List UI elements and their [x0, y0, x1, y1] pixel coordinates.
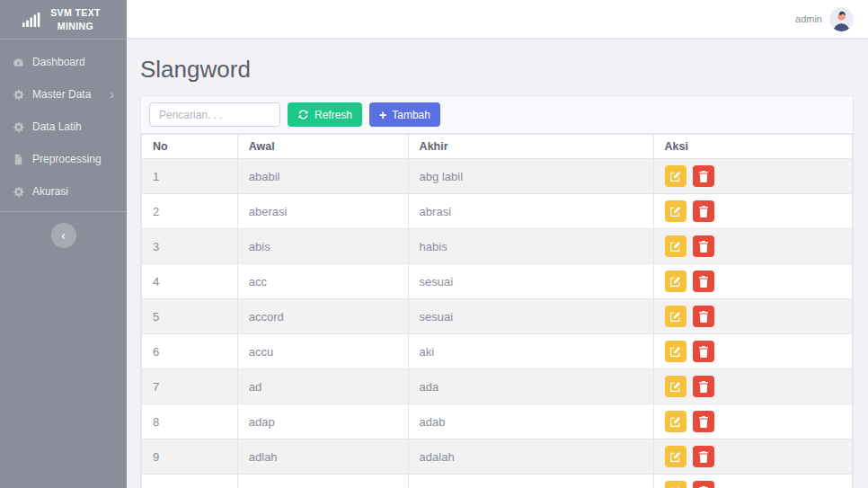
cell-no: 1: [142, 159, 238, 194]
delete-button[interactable]: [693, 446, 714, 467]
cell-awal: adlh: [237, 475, 408, 488]
table-row: 10 adlh adalah: [142, 475, 853, 488]
column-header-aksi: Aksi: [653, 135, 853, 159]
plus-icon: +: [379, 109, 386, 121]
edit-pencil-icon: [669, 206, 681, 217]
cell-akhir: sesuai: [408, 299, 653, 334]
edit-button[interactable]: [665, 341, 686, 362]
brand-title: SVM TEXT MINING: [47, 6, 104, 31]
sidebar-item-preprocessing[interactable]: Preprocessing: [0, 143, 127, 175]
edit-button[interactable]: [665, 306, 686, 327]
edit-button[interactable]: [665, 481, 686, 488]
file-icon: [13, 154, 24, 165]
sidebar-item-data-latih[interactable]: Data Latih: [0, 111, 127, 143]
cell-no: 9: [142, 439, 238, 475]
edit-button[interactable]: [665, 165, 686, 187]
edit-pencil-icon: [669, 416, 681, 428]
edit-button[interactable]: [665, 200, 686, 222]
sidebar-item-akurasi[interactable]: Akurasi: [0, 175, 127, 208]
edit-button[interactable]: [665, 411, 686, 432]
cell-akhir: adalah: [408, 475, 653, 488]
table-row: 6 accu aki: [142, 334, 853, 369]
cell-akhir: abrasi: [408, 194, 653, 229]
sidebar-item-label: Akurasi: [32, 185, 68, 198]
trash-icon: [698, 311, 709, 323]
delete-button[interactable]: [693, 341, 714, 362]
table-row: 2 aberasi abrasi: [142, 194, 853, 229]
edit-pencil-icon: [669, 241, 681, 253]
refresh-button-label: Refresh: [314, 109, 352, 121]
cell-no: 7: [142, 369, 238, 404]
delete-button[interactable]: [693, 306, 714, 327]
slangword-table: No Awal Akhir Aksi 1 ababil abg labil: [141, 134, 853, 488]
table-header-row: No Awal Akhir Aksi: [142, 135, 853, 159]
cell-aksi: [653, 404, 853, 439]
add-button-label: Tambah: [392, 109, 430, 121]
cell-akhir: sesuai: [408, 264, 653, 299]
delete-button[interactable]: [693, 376, 714, 397]
edit-button[interactable]: [665, 235, 686, 257]
cell-aksi: [653, 299, 853, 334]
edit-button[interactable]: [665, 446, 686, 467]
edit-pencil-icon: [669, 381, 681, 393]
sidebar-item-master-data[interactable]: Master Data ›: [0, 78, 127, 111]
cell-aksi: [653, 439, 853, 475]
edit-pencil-icon: [669, 346, 681, 358]
trash-icon: [698, 206, 709, 217]
cell-akhir: aki: [408, 334, 653, 369]
trash-icon: [698, 451, 709, 463]
delete-button[interactable]: [693, 411, 714, 432]
table-row: 4 acc sesuai: [142, 264, 853, 299]
sidebar: SVM TEXT MINING Dashboard Master Data › …: [0, 0, 127, 488]
delete-button[interactable]: [693, 481, 714, 488]
delete-button[interactable]: [693, 200, 714, 222]
search-input[interactable]: [149, 102, 280, 127]
edit-button[interactable]: [665, 271, 686, 292]
cell-no: 10: [142, 475, 238, 488]
gear-icon: [13, 186, 24, 198]
column-header-awal: Awal: [237, 135, 408, 159]
delete-button[interactable]: [693, 235, 714, 257]
cell-awal: acc: [237, 264, 408, 299]
delete-button[interactable]: [693, 165, 714, 187]
edit-button[interactable]: [665, 376, 686, 397]
cell-aksi: [653, 194, 853, 229]
edit-pencil-icon: [669, 311, 681, 323]
cell-awal: ad: [237, 369, 408, 404]
edit-pencil-icon: [669, 276, 681, 288]
trash-icon: [698, 276, 709, 288]
sidebar-nav: Dashboard Master Data › Data Latih Prepr…: [0, 40, 127, 208]
sidebar-item-dashboard[interactable]: Dashboard: [0, 46, 127, 78]
table-row: 7 ad ada: [142, 369, 853, 404]
refresh-button[interactable]: Refresh: [288, 102, 362, 127]
user-menu[interactable]: admin: [795, 7, 854, 31]
cell-akhir: abg labil: [408, 159, 653, 194]
card-toolbar: Refresh + Tambah: [141, 96, 853, 134]
cell-awal: accu: [237, 334, 408, 369]
delete-button[interactable]: [693, 271, 714, 292]
sidebar-item-label: Master Data: [32, 88, 91, 101]
sidebar-item-label: Dashboard: [32, 56, 85, 68]
cell-no: 2: [142, 194, 238, 229]
cell-akhir: ada: [408, 369, 653, 404]
main-content: Slangword Refresh + Tambah: [127, 38, 868, 488]
topbar: admin: [127, 0, 868, 38]
chevron-left-icon: ‹: [61, 228, 66, 243]
brand[interactable]: SVM TEXT MINING: [0, 0, 127, 39]
cell-awal: aberasi: [237, 194, 408, 229]
cell-aksi: [653, 264, 853, 299]
edit-pencil-icon: [669, 451, 681, 463]
bar-chart-logo-icon: [22, 13, 40, 27]
gear-icon: [13, 121, 24, 133]
add-button[interactable]: + Tambah: [369, 102, 440, 127]
sidebar-collapse-button[interactable]: ‹: [51, 223, 76, 248]
cell-aksi: [653, 475, 853, 488]
trash-icon: [698, 346, 709, 358]
cell-aksi: [653, 334, 853, 369]
table-row: 3 abis habis: [142, 229, 853, 264]
sidebar-item-label: Preprocessing: [32, 153, 102, 165]
cell-awal: adap: [237, 404, 408, 439]
cell-aksi: [653, 159, 853, 194]
column-header-no: No: [142, 135, 238, 159]
cell-no: 5: [142, 299, 238, 334]
